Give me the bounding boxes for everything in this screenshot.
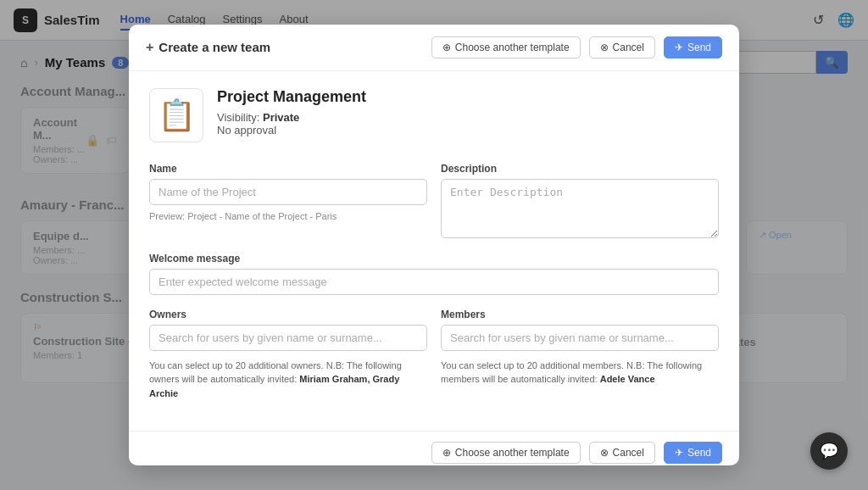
cancel-icon-footer: ⊗ [600, 447, 609, 459]
modal-title: + Create a new team [146, 40, 270, 55]
owners-label: Owners [149, 309, 427, 320]
approval-label: No approval [217, 124, 366, 136]
owners-search-input[interactable] [149, 325, 427, 351]
modal-header-actions: ⊕ Choose another template ⊗ Cancel ✈ Sen… [431, 36, 722, 58]
template-icon: 📋 [149, 88, 203, 142]
send-button-header[interactable]: ✈ Send [664, 36, 722, 58]
owners-field-group: Owners You can select up to 20 additiona… [149, 309, 427, 401]
send-button-footer[interactable]: ✈ Send [664, 442, 722, 464]
name-input[interactable] [149, 179, 427, 205]
members-field-group: Members You can select up to 20 addition… [441, 309, 719, 401]
welcome-label: Welcome message [149, 253, 240, 264]
modal-body: 📋 Project Management Visibility: Private… [129, 71, 739, 432]
name-field-group: Name Preview: Project - Name of the Proj… [149, 163, 427, 238]
send-icon-footer: ✈ [675, 447, 683, 459]
visibility-value: Private [263, 111, 299, 124]
cancel-button-header[interactable]: ⊗ Cancel [589, 36, 655, 58]
choose-template-icon-header: ⊕ [442, 42, 451, 53]
members-label: Members [441, 309, 719, 320]
welcome-field-group: Welcome message [149, 252, 719, 295]
cancel-icon-header: ⊗ [600, 42, 609, 53]
description-field-group: Description [441, 163, 719, 238]
plus-icon: + [146, 40, 153, 55]
members-hint: You can select up to 20 additional membe… [441, 359, 719, 387]
template-info-section: 📋 Project Management Visibility: Private… [149, 88, 719, 142]
chat-icon: 💬 [820, 442, 838, 460]
choose-template-icon-footer: ⊕ [442, 447, 451, 459]
main-content: ⌂ › My Teams 8 🔍 Account Manag... Accoun… [0, 41, 868, 490]
description-input[interactable] [441, 179, 719, 238]
members-search-input[interactable] [441, 325, 719, 351]
cancel-button-footer[interactable]: ⊗ Cancel [589, 442, 655, 464]
choose-template-button-footer[interactable]: ⊕ Choose another template [431, 442, 581, 464]
template-name: Project Management [217, 88, 366, 106]
welcome-input[interactable] [149, 269, 719, 295]
name-description-row: Name Preview: Project - Name of the Proj… [149, 163, 719, 238]
modal-header: + Create a new team ⊕ Choose another tem… [129, 25, 739, 71]
template-details: Project Management Visibility: Private N… [217, 88, 366, 136]
members-invited: Adele Vance [600, 374, 655, 384]
visibility-label: Visibility: [217, 111, 259, 124]
chat-fab-button[interactable]: 💬 [810, 432, 848, 470]
modal-footer: ⊕ Choose another template ⊗ Cancel ✈ Sen… [129, 431, 739, 465]
description-label: Description [441, 163, 719, 175]
send-icon-header: ✈ [675, 42, 683, 53]
template-emoji: 📋 [158, 97, 196, 133]
name-preview: Preview: Project - Name of the Project -… [149, 211, 427, 221]
choose-template-button-header[interactable]: ⊕ Choose another template [431, 36, 581, 58]
modal-overlay: + Create a new team ⊕ Choose another tem… [0, 0, 868, 490]
create-team-modal: + Create a new team ⊕ Choose another tem… [129, 25, 739, 465]
owners-hint: You can select up to 20 additional owner… [149, 359, 427, 401]
owners-members-row: Owners You can select up to 20 additiona… [149, 309, 719, 401]
name-label: Name [149, 163, 427, 175]
